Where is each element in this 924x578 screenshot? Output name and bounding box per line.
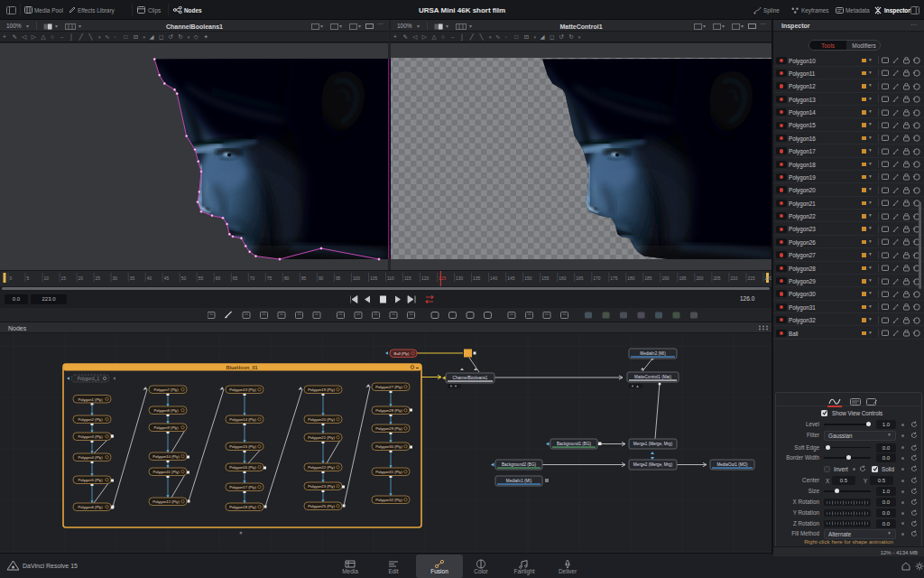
svg-text:65: 65 — [233, 276, 238, 281]
svg-text:Polygon30 (Ply): Polygon30 (Ply) — [375, 444, 402, 449]
svg-text:150: 150 — [524, 276, 531, 281]
svg-text:MediaOut1 (MO): MediaOut1 (MO) — [716, 462, 748, 467]
svg-text:120: 120 — [421, 276, 429, 281]
svg-text:10: 10 — [44, 276, 50, 281]
svg-text:100: 100 — [353, 276, 360, 281]
svg-text:Polygon1 (Ply): Polygon1 (Ply) — [78, 397, 103, 402]
svg-text:20: 20 — [79, 276, 84, 281]
svg-text:ChannelBooleans1: ChannelBooleans1 — [453, 376, 488, 380]
svg-text:95: 95 — [336, 276, 341, 281]
svg-text:200: 200 — [696, 276, 703, 281]
svg-text:170: 170 — [593, 276, 600, 281]
svg-text:5: 5 — [27, 276, 30, 281]
svg-text:Polygon22 (Ply): Polygon22 (Ply) — [308, 465, 335, 470]
svg-text:175: 175 — [610, 276, 617, 281]
svg-text:45: 45 — [164, 276, 170, 281]
svg-text:75: 75 — [267, 276, 273, 281]
svg-text:Polygon14 (Ply): Polygon14 (Ply) — [229, 417, 256, 422]
svg-text:145: 145 — [507, 276, 514, 281]
svg-text:Polygon25 (Ply): Polygon25 (Ply) — [308, 504, 335, 508]
svg-text:130: 130 — [456, 276, 463, 281]
svg-text:MediaIn2 (MI): MediaIn2 (MI) — [640, 351, 666, 356]
svg-text:110: 110 — [387, 276, 394, 281]
svg-text:Polygon28 (Ply): Polygon28 (Ply) — [375, 408, 402, 413]
svg-text:BlueHoon_01: BlueHoon_01 — [226, 365, 257, 370]
svg-text:190: 190 — [661, 276, 669, 281]
svg-text:Polygon17 (Ply): Polygon17 (Ply) — [229, 485, 256, 489]
svg-text:0: 0 — [10, 276, 13, 281]
svg-text:Ball (Ply): Ball (Ply) — [394, 351, 410, 356]
svg-text:Merge1 (Merge, Mrg): Merge1 (Merge, Mrg) — [633, 442, 673, 446]
svg-text:Polygon7 (Ply): Polygon7 (Ply) — [153, 387, 179, 392]
svg-text:MatteControl1 (Mat): MatteControl1 (Mat) — [634, 375, 671, 379]
svg-text:85: 85 — [301, 276, 307, 281]
svg-text:MediaIn1 (MI): MediaIn1 (MI) — [506, 479, 532, 483]
svg-text:Polygon32 (Ply): Polygon32 (Ply) — [375, 498, 402, 502]
svg-text:Polygon8 (Ply): Polygon8 (Ply) — [153, 408, 179, 413]
svg-text:Polygon19 (Ply): Polygon19 (Ply) — [308, 387, 335, 392]
svg-text:115: 115 — [404, 276, 411, 281]
svg-text:50: 50 — [181, 276, 187, 281]
svg-text:15: 15 — [61, 276, 67, 281]
svg-text:Polygon23 (Ply): Polygon23 (Ply) — [308, 484, 335, 489]
svg-text:Background2 (BG): Background2 (BG) — [502, 462, 537, 467]
svg-text:165: 165 — [576, 276, 583, 281]
svg-text:Polygon5 (Ply): Polygon5 (Ply) — [78, 478, 103, 482]
svg-text:Polygon27 (Ply): Polygon27 (Ply) — [375, 385, 402, 389]
svg-text:205: 205 — [713, 276, 720, 281]
svg-text:Polygon29 (Ply): Polygon29 (Ply) — [375, 426, 402, 431]
svg-text:Polygon2 (Ply): Polygon2 (Ply) — [78, 417, 103, 422]
svg-text:70: 70 — [250, 276, 255, 281]
svg-text:Polygon11 (Ply): Polygon11 (Ply) — [152, 470, 180, 474]
svg-text:Polygon12 (Ply): Polygon12 (Ply) — [152, 499, 180, 504]
svg-text:Polygon4 (Ply): Polygon4 (Ply) — [78, 455, 103, 460]
svg-text:90: 90 — [319, 276, 324, 281]
svg-text:Polygon6 (Ply): Polygon6 (Ply) — [78, 505, 103, 509]
svg-text:25: 25 — [96, 276, 101, 281]
svg-text:55: 55 — [199, 276, 204, 281]
svg-text:Polygon3 (Ply): Polygon3 (Ply) — [78, 434, 103, 439]
svg-text:Polygon13 (Ply): Polygon13 (Ply) — [229, 387, 256, 392]
svg-text:215: 215 — [748, 276, 755, 281]
svg-text:210: 210 — [730, 276, 737, 281]
svg-text:160: 160 — [559, 276, 566, 281]
svg-text:105: 105 — [370, 276, 377, 281]
svg-text:Background1 (BG): Background1 (BG) — [557, 442, 592, 446]
svg-text:195: 195 — [679, 276, 686, 281]
svg-text:40: 40 — [147, 276, 152, 281]
svg-text:180: 180 — [627, 276, 634, 281]
svg-text:Polygon1_1: Polygon1_1 — [78, 377, 100, 381]
svg-text:135: 135 — [473, 276, 480, 281]
svg-text:220: 220 — [765, 276, 772, 281]
svg-text:Merge2 (Merge, Mrg): Merge2 (Merge, Mrg) — [633, 462, 673, 467]
svg-text:125: 125 — [439, 276, 446, 281]
svg-text:30: 30 — [113, 276, 118, 281]
svg-text:Polygon10 (Ply): Polygon10 (Ply) — [152, 454, 180, 459]
svg-text:Polygon9 (Ply): Polygon9 (Ply) — [153, 425, 179, 430]
svg-text:Polygon31 (Ply): Polygon31 (Ply) — [375, 470, 402, 474]
svg-text:Polygon20 (Ply): Polygon20 (Ply) — [308, 417, 335, 422]
svg-text:35: 35 — [130, 276, 135, 281]
svg-text:Polygon16 (Ply): Polygon16 (Ply) — [229, 465, 256, 470]
svg-text:185: 185 — [644, 276, 651, 281]
svg-text:60: 60 — [216, 276, 221, 281]
svg-text:Polygon18 (Ply): Polygon18 (Ply) — [229, 505, 256, 509]
svg-text:Polygon21 (Ply): Polygon21 (Ply) — [308, 435, 335, 440]
svg-text:140: 140 — [490, 276, 497, 281]
svg-text:Polygon15 (Ply): Polygon15 (Ply) — [229, 444, 256, 449]
svg-text:80: 80 — [284, 276, 290, 281]
svg-text:155: 155 — [541, 276, 549, 281]
